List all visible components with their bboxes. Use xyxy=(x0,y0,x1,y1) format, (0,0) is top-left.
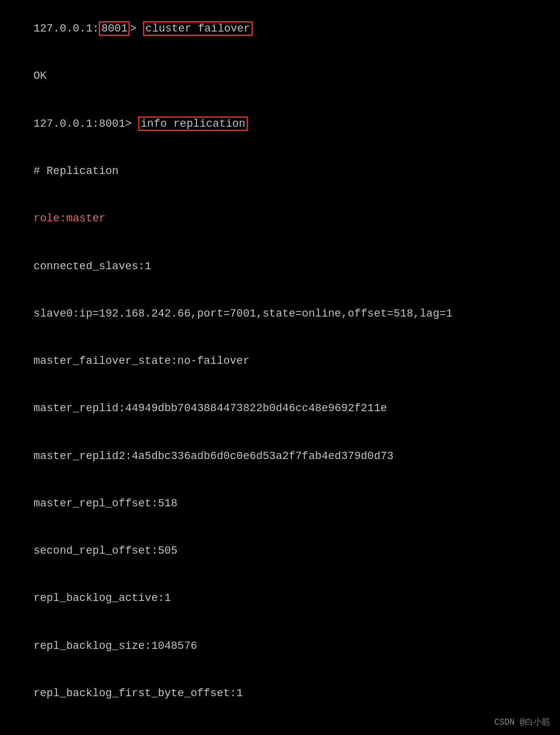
terminal-line-master-replid2: master_replid2:4a5dbc336adb6d0c0e6d53a2f… xyxy=(7,432,553,480)
terminal-line-ok: OK xyxy=(7,52,553,99)
terminal-line-slave0: slave0:ip=192.168.242.66,port=7001,state… xyxy=(7,290,553,337)
terminal-line-info-repl-1: 127.0.0.1:8001> info replication xyxy=(7,100,553,147)
master-failover-state: master_failover_state:no-failover xyxy=(33,355,249,367)
hash-replication: # Replication xyxy=(33,165,118,177)
connected-slaves: connected_slaves:1 xyxy=(33,260,151,272)
role-master-text: role:master xyxy=(33,212,105,224)
master-replid: master_replid:44949dbb7043884473822b0d46… xyxy=(33,402,387,414)
repl-backlog-first-byte-offset: repl_backlog_first_byte_offset:1 xyxy=(33,687,243,699)
terminal-line: 127.0.0.1:8001> cluster failover xyxy=(7,5,553,52)
terminal-line-repl-backlog-histlen: repl_backlog_histlen:518 xyxy=(7,717,553,735)
command-cluster-failover: cluster failover xyxy=(143,21,253,36)
terminal-line-master-repl-offset: master_repl_offset:518 xyxy=(7,480,553,527)
terminal-line-connected-slaves: connected_slaves:1 xyxy=(7,242,553,289)
watermark: CSDN @白小筋 xyxy=(495,717,550,728)
prompt-8001: 127.0.0.1:8001> xyxy=(33,118,138,130)
slave0-info: slave0:ip=192.168.242.66,port=7001,state… xyxy=(33,307,452,320)
terminal-line-repl-backlog-first-byte: repl_backlog_first_byte_offset:1 xyxy=(7,670,553,717)
terminal-line-hash-replication: # Replication xyxy=(7,147,553,195)
master-repl-offset: master_repl_offset:518 xyxy=(33,497,178,509)
second-repl-offset: second_repl_offset:505 xyxy=(33,545,178,557)
repl-backlog-active: repl_backlog_active:1 xyxy=(33,592,171,604)
terminal-line-repl-backlog-size: repl_backlog_size:1048576 xyxy=(7,622,553,670)
terminal-container: 127.0.0.1:8001> cluster failover OK 127.… xyxy=(7,5,553,735)
terminal-line-master-failover-state: master_failover_state:no-failover xyxy=(7,337,553,384)
ok-text: OK xyxy=(33,70,47,82)
terminal-line-master-replid: master_replid:44949dbb7043884473822b0d46… xyxy=(7,384,553,432)
repl-backlog-size: repl_backlog_size:1048576 xyxy=(33,640,197,652)
prompt-arrow: > xyxy=(130,22,143,35)
port-box-8001: 8001 xyxy=(99,21,130,36)
command-info-replication-1: info replication xyxy=(138,116,248,131)
prompt-text: 127.0.0.1: xyxy=(33,22,99,35)
master-replid2: master_replid2:4a5dbc336adb6d0c0e6d53a2f… xyxy=(33,450,393,462)
terminal-line-role-master: role:master xyxy=(7,195,553,242)
terminal-line-repl-backlog-active: repl_backlog_active:1 xyxy=(7,574,553,622)
terminal-line-second-repl-offset: second_repl_offset:505 xyxy=(7,527,553,574)
